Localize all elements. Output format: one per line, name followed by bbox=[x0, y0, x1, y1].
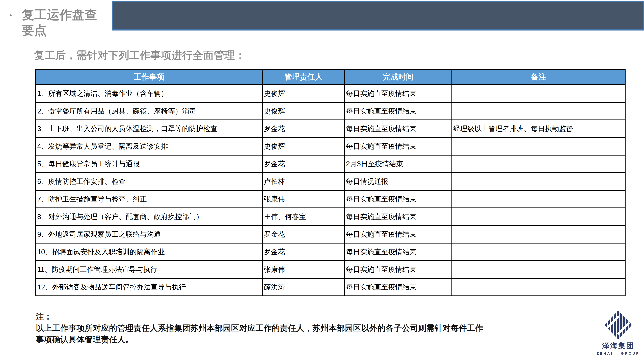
cell-note bbox=[452, 155, 625, 173]
cell-note bbox=[452, 261, 625, 278]
logo-name-en: ZEHAI GROUP bbox=[596, 352, 640, 356]
cell-time: 每日实施直至疫情结束 bbox=[345, 102, 452, 120]
cell-time: 每日实施直至疫情结束 bbox=[345, 261, 452, 278]
cell-note bbox=[452, 226, 625, 243]
cell-time: 每日实施直至疫情结束 bbox=[345, 208, 452, 226]
cell-task: 7、防护卫生措施宣导与检查、纠正 bbox=[36, 190, 262, 208]
cell-owner: 罗金花 bbox=[262, 120, 345, 138]
logo-name-zh: 泽海集团 bbox=[596, 341, 640, 351]
footnote-line1: 以上工作事项所对应的管理责任人系指集团苏州本部园区对应工作的责任人，苏州本部园区… bbox=[36, 323, 582, 334]
slide-subtitle: 复工后，需针对下列工作事项进行全面管理： bbox=[34, 48, 246, 62]
cell-time: 2月3日至疫情结束 bbox=[345, 155, 452, 173]
cell-task: 9、外地返司居家观察员工之联络与沟通 bbox=[36, 226, 262, 243]
cell-owner: 史俊辉 bbox=[262, 102, 345, 120]
column-header-time: 完成时间 bbox=[345, 69, 452, 85]
cell-task: 3、上下班、出入公司的人员体温检测，口罩等的防护检查 bbox=[36, 120, 262, 138]
cell-owner: 张康伟 bbox=[262, 261, 345, 278]
cell-task: 10、招聘面试安排及入职培训的隔离作业 bbox=[36, 243, 262, 261]
table-row: 5、每日健康异常员工统计与通报 罗金花 2月3日至疫情结束 bbox=[36, 155, 625, 173]
cell-note bbox=[452, 102, 625, 120]
cell-time: 每日实施直至疫情结束 bbox=[345, 138, 452, 155]
cell-owner: 史俊辉 bbox=[262, 85, 345, 102]
slide-title-block: • 复工运作盘查要点 bbox=[8, 7, 102, 38]
cell-task: 6、疫情防控工作安排、检查 bbox=[36, 173, 262, 190]
table-row: 4、发烧等异常人员登记、隔离及送诊安排 史俊辉 每日实施直至疫情结束 bbox=[36, 138, 625, 155]
cell-task: 1、所有区域之清洁、消毒作业（含车辆） bbox=[36, 85, 262, 102]
cell-owner: 罗金花 bbox=[262, 155, 345, 173]
cell-time: 每日实施直至疫情结束 bbox=[345, 120, 452, 138]
table-row: 9、外地返司居家观察员工之联络与沟通 罗金花 每日实施直至疫情结束 bbox=[36, 226, 625, 243]
cell-time: 每日实施直至疫情结束 bbox=[345, 85, 452, 102]
table-row: 12、外部访客及物品送车间管控办法宣导与执行 薛洪涛 每日实施直至疫情结束 bbox=[36, 278, 625, 296]
cell-note bbox=[452, 190, 625, 208]
zehai-diamond-icon bbox=[603, 310, 633, 340]
cell-owner: 罗金花 bbox=[262, 243, 345, 261]
cell-owner: 薛洪涛 bbox=[262, 278, 345, 296]
column-header-owner: 管理责任人 bbox=[262, 69, 345, 85]
cell-owner: 卢长林 bbox=[262, 173, 345, 190]
cell-time: 每日情况通报 bbox=[345, 173, 452, 190]
tasks-table: 工作事项 管理责任人 完成时间 备注 1、所有区域之清洁、消毒作业（含车辆） 史… bbox=[36, 69, 626, 296]
cell-owner: 罗金花 bbox=[262, 226, 345, 243]
footnote: 注： 以上工作事项所对应的管理责任人系指集团苏州本部园区对应工作的责任人，苏州本… bbox=[36, 311, 582, 345]
cell-task: 11、防疫期间工作管理办法宣导与执行 bbox=[36, 261, 262, 278]
table-row: 11、防疫期间工作管理办法宣导与执行 张康伟 每日实施直至疫情结束 bbox=[36, 261, 625, 278]
cell-note bbox=[452, 208, 625, 226]
header-banner bbox=[112, 1, 644, 30]
table-row: 3、上下班、出入公司的人员体温检测，口罩等的防护检查 罗金花 每日实施直至疫情结… bbox=[36, 120, 625, 138]
cell-note bbox=[452, 243, 625, 261]
cell-owner: 王伟、何春宝 bbox=[262, 208, 345, 226]
column-header-task: 工作事项 bbox=[36, 69, 262, 85]
cell-task: 12、外部访客及物品送车间管控办法宣导与执行 bbox=[36, 278, 262, 296]
table-row: 6、疫情防控工作安排、检查 卢长林 每日情况通报 bbox=[36, 173, 625, 190]
cell-note bbox=[452, 278, 625, 296]
footnote-line2: 事项确认具体管理责任人。 bbox=[36, 334, 582, 345]
table-row: 8、对外沟通与处理（客户、配套商、政府疾控部门） 王伟、何春宝 每日实施直至疫情… bbox=[36, 208, 625, 226]
cell-task: 4、发烧等异常人员登记、隔离及送诊安排 bbox=[36, 138, 262, 155]
cell-time: 每日实施直至疫情结束 bbox=[345, 190, 452, 208]
cell-time: 每日实施直至疫情结束 bbox=[345, 278, 452, 296]
cell-note bbox=[452, 173, 625, 190]
cell-time: 每日实施直至疫情结束 bbox=[345, 243, 452, 261]
table-row: 2、食堂餐厅所有用品（厨具、碗筷、座椅等）消毒 史俊辉 每日实施直至疫情结束 bbox=[36, 102, 625, 120]
table-header-row: 工作事项 管理责任人 完成时间 备注 bbox=[36, 69, 625, 85]
cell-note: 经理级以上管理者排班、每日执勤监督 bbox=[452, 120, 625, 138]
column-header-note: 备注 bbox=[452, 69, 625, 85]
bullet-icon: • bbox=[10, 12, 12, 19]
cell-task: 5、每日健康异常员工统计与通报 bbox=[36, 155, 262, 173]
table-row: 7、防护卫生措施宣导与检查、纠正 张康伟 每日实施直至疫情结束 bbox=[36, 190, 625, 208]
table-row: 10、招聘面试安排及入职培训的隔离作业 罗金花 每日实施直至疫情结束 bbox=[36, 243, 625, 261]
cell-time: 每日实施直至疫情结束 bbox=[345, 226, 452, 243]
cell-owner: 史俊辉 bbox=[262, 138, 345, 155]
cell-task: 8、对外沟通与处理（客户、配套商、政府疾控部门） bbox=[36, 208, 262, 226]
cell-note bbox=[452, 138, 625, 155]
footnote-label: 注： bbox=[36, 311, 582, 323]
cell-owner: 张康伟 bbox=[262, 190, 345, 208]
cell-task: 2、食堂餐厅所有用品（厨具、碗筷、座椅等）消毒 bbox=[36, 102, 262, 120]
cell-note bbox=[452, 85, 625, 102]
page-title: 复工运作盘查要点 bbox=[22, 7, 102, 38]
company-logo: 泽海集团 ZEHAI GROUP bbox=[596, 310, 640, 356]
table-row: 1、所有区域之清洁、消毒作业（含车辆） 史俊辉 每日实施直至疫情结束 bbox=[36, 85, 625, 102]
